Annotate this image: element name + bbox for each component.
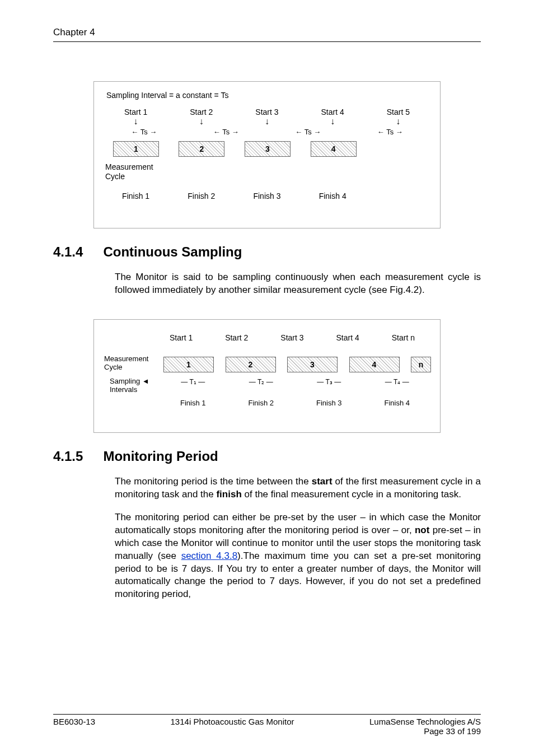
fig2-start-row: Start 1 Start 2 Start 3 Start 4 Start n <box>103 333 431 342</box>
fig1-start-row: Start 1 Start 2 Start 3 Start 4 Start 5 <box>103 108 431 116</box>
fig1-ts-row: ← Ts → ← Ts → ← Ts → ← Ts → <box>103 128 431 136</box>
fig2-t4: — T₄ — <box>385 378 409 386</box>
fig2-block-3: 3 <box>287 357 338 372</box>
chapter-label: Chapter 4 <box>53 27 481 38</box>
fig2-block-4: 4 <box>349 357 400 372</box>
fig1-ts: ← Ts → <box>193 128 259 136</box>
fig1-arrow: ↓ <box>168 119 234 124</box>
section-414-para: The Monitor is said to be sampling conti… <box>115 271 481 297</box>
fig1-start-2: Start 2 <box>168 108 234 116</box>
fig1-arrow-row: ↓ ↓ ↓ ↓ ↓ <box>103 119 431 124</box>
section-number: 4.1.4 <box>53 244 83 260</box>
para-2: The monitoring period can either be pre-… <box>115 511 481 601</box>
fig2-block-n: n <box>411 357 431 372</box>
figure-2: Start 1 Start 2 Start 3 Start 4 Start n … <box>93 319 441 433</box>
fig1-arrow: ↓ <box>300 119 366 124</box>
fig1-top-label: Sampling Interval = a constant = Ts <box>106 91 228 100</box>
fig1-start-4: Start 4 <box>300 108 366 116</box>
fig2-t3: — T₃ — <box>317 378 341 386</box>
fig1-arrow: ↓ <box>366 119 431 124</box>
section-415-body: The monitoring period is the time betwee… <box>115 475 481 601</box>
figure-1-wrap: Sampling Interval = a constant = Ts Star… <box>53 81 481 228</box>
section-414-heading: 4.1.4 Continuous Sampling <box>53 244 481 260</box>
page: Chapter 4 Sampling Interval = a constant… <box>0 0 534 756</box>
fig1-block-4: 4 <box>311 141 357 157</box>
fig1-finish-row: Finish 1 Finish 2 Finish 3 Finish 4 <box>103 192 431 200</box>
footer-center: 1314i Photoacoustic Gas Monitor <box>171 717 294 736</box>
figure-2-wrap: Start 1 Start 2 Start 3 Start 4 Start n … <box>53 319 481 433</box>
fig2-finish-4: Finish 4 <box>384 399 410 407</box>
fig1-finish-2: Finish 2 <box>168 192 234 200</box>
fig1-block-2: 2 <box>179 141 224 157</box>
fig1-start-5: Start 5 <box>366 108 431 116</box>
fig1-start-3: Start 3 <box>234 108 299 116</box>
page-footer: BE6030-13 1314i Photoacoustic Gas Monito… <box>53 714 481 736</box>
section-title: Continuous Sampling <box>103 244 242 260</box>
footer-left: BE6030-13 <box>53 717 95 736</box>
fig2-start-1: Start 1 <box>159 333 203 342</box>
fig2-block-2: 2 <box>226 357 276 372</box>
section-414-body: The Monitor is said to be sampling conti… <box>115 271 481 297</box>
fig1-block-3: 3 <box>245 141 291 157</box>
fig1-mcycle-label: MeasurementCycle <box>105 162 153 181</box>
section-number: 4.1.5 <box>53 449 83 464</box>
header-rule <box>53 41 481 42</box>
fig1-finish-1: Finish 1 <box>103 192 168 200</box>
link-section-438[interactable]: section 4.3.8 <box>181 550 237 561</box>
fig2-sampling-label: Sampling ◄Intervals <box>110 377 149 394</box>
footer-right: LumaSense Technologies A/SPage 33 of 199 <box>369 717 481 736</box>
fig1-ts: ← Ts → <box>275 128 341 136</box>
fig2-start-n: Start n <box>381 333 425 342</box>
fig2-block-row: 1 2 3 4 n <box>103 357 431 372</box>
fig2-t-row: — T₁ — — T₂ — — T₃ — — T₄ — <box>159 378 431 386</box>
fig2-finish-1: Finish 1 <box>180 399 206 407</box>
fig1-block-1: 1 <box>113 141 159 157</box>
fig2-start-2: Start 2 <box>214 333 259 342</box>
fig1-block-row: 1 2 3 4 <box>103 141 431 157</box>
fig1-arrow: ↓ <box>234 119 299 124</box>
fig2-block-1: 1 <box>163 357 214 372</box>
para-1: The monitoring period is the time betwee… <box>115 475 481 501</box>
fig2-start-4: Start 4 <box>325 333 369 342</box>
fig2-start-3: Start 3 <box>270 333 314 342</box>
fig1-arrow: ↓ <box>103 119 168 124</box>
fig2-finish-row: Finish 1 Finish 2 Finish 3 Finish 4 <box>159 399 431 407</box>
fig2-t1: — T₁ — <box>181 378 205 386</box>
fig2-finish-2: Finish 2 <box>248 399 274 407</box>
fig2-t2: — T₂ — <box>249 378 273 386</box>
footer-rule <box>53 714 481 715</box>
fig1-finish-3: Finish 3 <box>234 192 299 200</box>
fig1-start-1: Start 1 <box>103 108 168 116</box>
fig1-finish-4: Finish 4 <box>300 192 366 200</box>
section-415-heading: 4.1.5 Monitoring Period <box>53 449 481 464</box>
figure-1: Sampling Interval = a constant = Ts Star… <box>93 81 441 228</box>
fig1-ts: ← Ts → <box>111 128 177 136</box>
fig2-finish-3: Finish 3 <box>316 399 342 407</box>
fig1-ts: ← Ts → <box>357 128 423 136</box>
section-title: Monitoring Period <box>103 449 218 464</box>
